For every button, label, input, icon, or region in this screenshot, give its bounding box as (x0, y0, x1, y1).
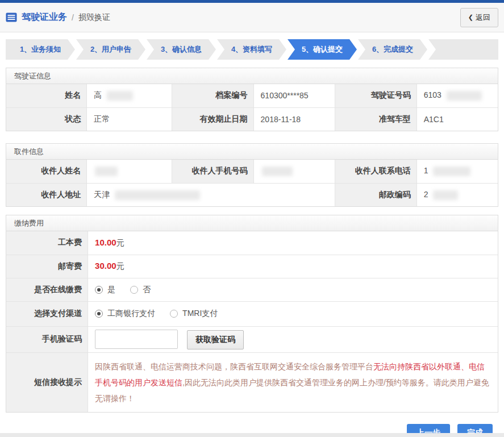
recipient-name-value (87, 160, 172, 183)
recipient-name-label: 收件人姓名 (6, 160, 87, 183)
step-label: 1、业务须知 (20, 44, 61, 55)
sms-code-label: 手机验证码 (6, 326, 88, 352)
license-number-label: 驾驶证号码 (335, 84, 417, 107)
post-fee-value: 30.00元 (88, 255, 498, 278)
radio-online-yes[interactable] (95, 286, 103, 294)
license-number-value: 6103 (416, 84, 498, 107)
recipient-mobile-value (253, 160, 335, 183)
table-row: 选择支付渠道 工商银行支付 TMRI支付 (6, 301, 498, 326)
radio-online-no[interactable] (130, 286, 138, 294)
radio-channel-tmri[interactable] (170, 310, 178, 318)
name-partial-text: 高 (94, 90, 102, 99)
step-label: 2、用户申告 (90, 44, 131, 55)
table-row: 邮寄费 30.00元 (6, 255, 498, 278)
step-3-confirm-info[interactable]: 3、确认信息 (147, 39, 216, 60)
step-label: 6、完成提交 (372, 44, 413, 55)
name-value: 高 (87, 84, 172, 107)
chevron-left-icon: ❮ (468, 14, 473, 21)
pay-channel-label: 选择支付渠道 (6, 301, 88, 326)
status-value: 正常 (87, 107, 172, 131)
post-fee-amount: 30.00 (95, 261, 116, 270)
page-subtitle: 损毁换证 (78, 13, 110, 23)
zip-code-label: 邮政编码 (335, 183, 417, 206)
redaction-blur (262, 167, 293, 176)
step-label: 3、确认信息 (161, 44, 202, 55)
pickup-info-table: 收件人姓名 收件人手机号码 收件人联系电话 1 (6, 160, 498, 206)
sms-code-input[interactable] (95, 330, 178, 349)
file-number-label: 档案编号 (172, 84, 254, 107)
redaction-blur (115, 190, 200, 200)
radio-channel-icbc[interactable] (95, 310, 103, 318)
work-fee-value: 10.00元 (88, 231, 498, 255)
recipient-phone-value: 1 (416, 160, 498, 183)
recipient-address-value: 天津 (87, 183, 335, 206)
license-number-partial-text: 6103 (424, 90, 441, 99)
license-info-section: 驾驶证信息 姓名 高 档案编号 610300****85 驾驶证号码 6103 (6, 68, 498, 131)
get-sms-code-button[interactable]: 获取验证码 (187, 330, 244, 349)
pickup-info-section: 取件信息 收件人姓名 收件人手机号码 收件人联系电话 1 (6, 143, 498, 207)
work-fee-amount: 10.00 (95, 238, 116, 247)
zip-code-value: 2 (416, 183, 498, 206)
online-pay-options: 是 否 (88, 278, 498, 301)
work-fee-label: 工本费 (6, 231, 88, 255)
vehicle-class-value: A1C1 (416, 107, 498, 131)
step-2-user-declaration[interactable]: 2、用户申告 (76, 39, 145, 60)
table-row: 姓名 高 档案编号 610300****85 驾驶证号码 6103 (6, 84, 498, 107)
step-bar-filler (428, 39, 498, 60)
online-pay-label: 是否在线缴费 (6, 278, 88, 301)
step-wizard: 1、业务须知 2、用户申告 3、确认信息 4、资料填写 5、确认提交 6、完成提… (6, 39, 498, 60)
breadcrumb-divider: / (72, 13, 74, 22)
redaction-blur (433, 190, 458, 200)
radio-channel-tmri-label[interactable]: TMRI支付 (182, 309, 218, 319)
license-section-title: 驾驶证信息 (6, 68, 498, 84)
name-label: 姓名 (6, 84, 87, 107)
radio-channel-icbc-label[interactable]: 工商银行支付 (107, 309, 155, 319)
notice-segment: 因陕西省联通、电信运营商技术问题，陕西省互联网交通安全综合服务管理平台 (95, 362, 373, 371)
page-title: 驾驶证业务 (22, 11, 67, 23)
sms-code-field: 获取验证码 (88, 326, 498, 352)
bottom-gray-strip (0, 433, 504, 437)
sms-notice-label: 短信接收提示 (6, 352, 88, 412)
step-6-finish-submit[interactable]: 6、完成提交 (358, 39, 427, 60)
page-header: 驾驶证业务 / 损毁换证 ❮ 返回 (0, 3, 504, 32)
radio-online-no-label[interactable]: 否 (143, 285, 151, 295)
address-partial-text: 天津 (94, 190, 110, 199)
pay-channel-options: 工商银行支付 TMRI支付 (88, 301, 498, 326)
payment-table: 工本费 10.00元 邮寄费 30.00元 是否在线缴费 (6, 231, 498, 412)
step-5-confirm-submit-active[interactable]: 5、确认提交 (288, 39, 357, 60)
payment-section-title: 缴纳费用 (6, 215, 498, 231)
license-info-table: 姓名 高 档案编号 610300****85 驾驶证号码 6103 状态 正 (6, 84, 498, 131)
step-4-fill-data[interactable]: 4、资料填写 (217, 39, 286, 60)
step-1-business-notice[interactable]: 1、业务须知 (6, 39, 75, 60)
table-row: 状态 正常 有效期止日期 2018-11-18 准驾车型 A1C1 (6, 107, 498, 131)
step-label: 5、确认提交 (302, 44, 343, 55)
expiry-date-label: 有效期止日期 (172, 107, 254, 131)
redaction-blur (95, 167, 118, 176)
work-fee-unit: 元 (116, 238, 124, 247)
pickup-section-title: 取件信息 (6, 144, 498, 160)
recipient-address-label: 收件人地址 (6, 183, 87, 206)
list-icon (6, 13, 17, 22)
table-row: 工本费 10.00元 (6, 231, 498, 255)
redaction-blur (433, 167, 470, 176)
table-row: 手机验证码 获取验证码 (6, 326, 498, 352)
breadcrumb: 驾驶证业务 / 损毁换证 (6, 11, 460, 23)
table-row: 是否在线缴费 是 否 (6, 278, 498, 301)
payment-section: 缴纳费用 工本费 10.00元 邮寄费 30.00元 是否在线缴费 (6, 215, 498, 413)
table-row: 收件人姓名 收件人手机号码 收件人联系电话 1 (6, 160, 498, 183)
radio-online-yes-label[interactable]: 是 (107, 285, 115, 295)
expiry-date-value: 2018-11-18 (253, 107, 335, 131)
page: 驾驶证业务 / 损毁换证 ❮ 返回 1、业务须知 2、用户申告 3、确认信息 4… (0, 0, 504, 437)
status-label: 状态 (6, 107, 87, 131)
table-row: 短信接收提示 因陕西省联通、电信运营商技术问题，陕西省互联网交通安全综合服务管理… (6, 352, 498, 412)
redaction-blur (447, 91, 482, 101)
post-fee-label: 邮寄费 (6, 255, 88, 278)
file-number-value: 610300****85 (253, 84, 335, 107)
step-label: 4、资料填写 (231, 44, 272, 55)
sms-notice-text: 因陕西省联通、电信运营商技术问题，陕西省互联网交通安全综合服务管理平台无法向持陕… (88, 352, 498, 412)
recipient-mobile-label: 收件人手机号码 (172, 160, 254, 183)
main-content: 驾驶证信息 姓名 高 档案编号 610300****85 驾驶证号码 6103 (0, 68, 504, 437)
post-fee-unit: 元 (116, 261, 124, 270)
back-button[interactable]: ❮ 返回 (460, 8, 498, 27)
phone-partial-text: 1 (424, 166, 428, 175)
